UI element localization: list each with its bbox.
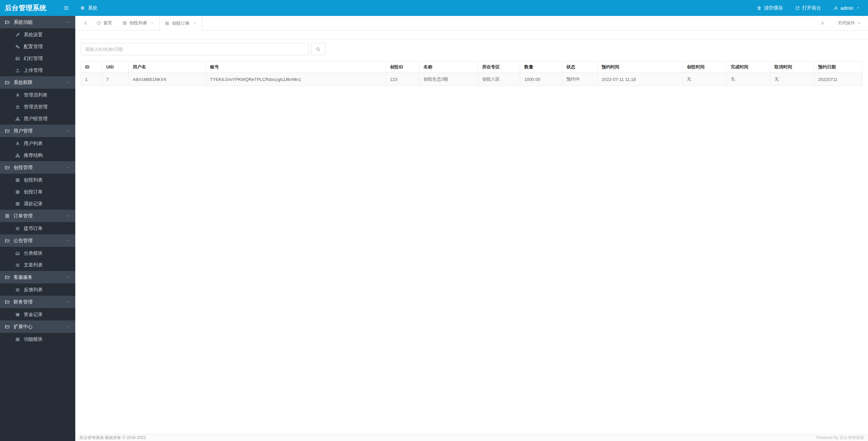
search-bar: [81, 43, 863, 55]
caret-down-icon: [857, 21, 861, 25]
external-link-icon: [795, 6, 800, 10]
chevron-down-icon: [65, 275, 70, 279]
sidebar-group-user-management[interactable]: 用户管理: [0, 125, 75, 138]
sidebar: 后台管理系统 系统功能 系统设置 配置管理 幻灯管理: [0, 0, 75, 441]
column-header: 创投ID: [386, 61, 419, 73]
column-header: 名称: [419, 61, 478, 73]
tab-invest-orders[interactable]: 创投订单: [159, 16, 202, 30]
sidebar-group-label: 客服服务: [14, 274, 65, 280]
sidebar-item-admin-list[interactable]: 管理员列表: [0, 89, 75, 101]
cell-account: TYEKiLGmYPKWQReTPLCRdxszghJJ6rrMn1: [206, 73, 386, 86]
user-menu[interactable]: admin: [833, 5, 860, 11]
sidebar-item-label: 系统设置: [24, 32, 43, 38]
topbar: 系统 清空缓存 打开前台 admin: [75, 0, 868, 16]
sidebar-group-system-functions[interactable]: 系统功能: [0, 16, 75, 29]
sidebar-group-extension-center[interactable]: 扩展中心: [0, 320, 75, 333]
search-input[interactable]: [81, 43, 309, 55]
sidebar-item-label: 文章列表: [24, 262, 43, 268]
column-header: 预约时间: [597, 61, 683, 73]
sidebar-item-category-module[interactable]: 分类模块: [0, 247, 75, 259]
menu-icon[interactable]: [63, 5, 69, 11]
sidebar-group-invest-management[interactable]: 创投管理: [0, 161, 75, 174]
chevron-down-icon: [65, 214, 70, 218]
caret-down-icon: [856, 6, 860, 10]
sidebar-item-slide-management[interactable]: 幻灯管理: [0, 52, 75, 64]
sidebar-item-referral-structure[interactable]: 推荐结构: [0, 149, 75, 161]
sidebar-item-withdraw-orders[interactable]: 提币订单: [0, 223, 75, 234]
sidebar-item-label: 推荐结构: [24, 152, 43, 159]
page-content: ID UID 用户名 账号 创投ID 名称 所在专区 数量 状态 预约时间 创投…: [75, 30, 868, 434]
cog-icon: [80, 5, 85, 10]
cell-name: 创投生态3期: [419, 73, 478, 86]
tabbar-right-controls: 关闭操作: [817, 16, 868, 30]
search-button[interactable]: [311, 43, 326, 55]
footer: 后台管理系统 版权所有 © 2018-2022 Powered By 后台管理系…: [75, 434, 868, 441]
column-header: 创投时间: [683, 61, 726, 73]
sidebar-group-label: 用户管理: [14, 128, 65, 134]
sidebar-item-label: 资金记录: [24, 312, 43, 318]
user-icon: [15, 141, 20, 146]
sidebar-item-article-list[interactable]: 文章列表: [0, 259, 75, 271]
cell-uid: 7: [102, 73, 129, 86]
sidebar-group-label: 订单管理: [14, 213, 65, 219]
sidebar-item-feedback-list[interactable]: 反馈列表: [0, 284, 75, 296]
sidebar-item-fund-records[interactable]: 资金记录: [0, 309, 75, 320]
sidebar-item-user-list[interactable]: 用户列表: [0, 138, 75, 149]
cell-zone: 创投八区: [478, 73, 520, 86]
sidebar-item-invest-list[interactable]: 创投列表: [0, 174, 75, 186]
sidebar-item-user-group-management[interactable]: 用户组管理: [0, 113, 75, 125]
sidebar-item-label: 反馈列表: [24, 287, 43, 293]
tabs-scroll-right[interactable]: [817, 21, 829, 25]
cell-status[interactable]: 预约中: [562, 73, 597, 86]
column-header: 状态: [562, 61, 597, 73]
column-header: 账号: [206, 61, 386, 73]
sidebar-group-label: 系统权限: [14, 80, 65, 86]
app-logo: 后台管理系统: [5, 3, 46, 13]
sidebar-item-refund-records[interactable]: 退款记录: [0, 198, 75, 210]
tabs-scroll-left[interactable]: [79, 16, 91, 30]
tab-invest-list[interactable]: 创投列表: [117, 16, 159, 30]
dashboard-icon: [96, 21, 101, 25]
close-icon[interactable]: [193, 21, 197, 25]
topbar-system-menu[interactable]: 系统: [80, 5, 97, 11]
folder-icon: [5, 128, 10, 133]
search-icon: [316, 47, 321, 52]
close-icon[interactable]: [151, 21, 154, 25]
cell-invest-time: 无: [683, 73, 726, 86]
chevron-right-icon: [821, 21, 825, 25]
sidebar-item-admin-management[interactable]: 管理员管理: [0, 101, 75, 113]
folder-icon: [5, 324, 10, 329]
sidebar-item-label: 创投订单: [24, 189, 43, 195]
orders-table: ID UID 用户名 账号 创投ID 名称 所在专区 数量 状态 预约时间 创投…: [81, 61, 863, 86]
cell-reserve-date: 20220711: [814, 73, 863, 86]
content-divider: [75, 30, 868, 40]
tab-home[interactable]: 首页: [91, 16, 117, 30]
cell-username: AB#1M851NKV4: [129, 73, 206, 86]
sidebar-group-customer-service[interactable]: 客服服务: [0, 271, 75, 284]
sidebar-item-function-module[interactable]: 功能模块: [0, 333, 75, 345]
folder-icon: [5, 80, 10, 85]
sidebar-item-label: 退款记录: [24, 201, 43, 207]
trash-icon: [757, 6, 762, 10]
sidebar-group-announcement-management[interactable]: 公告管理: [0, 234, 75, 247]
sidebar-group-finance-management[interactable]: 财务管理: [0, 296, 75, 309]
sidebar-group-system-permissions[interactable]: 系统权限: [0, 76, 75, 89]
sidebar-item-config-management[interactable]: 配置管理: [0, 41, 75, 52]
sidebar-item-invest-orders[interactable]: 创投订单: [0, 186, 75, 198]
folder-icon: [5, 165, 10, 170]
sidebar-item-upload-management[interactable]: 上传管理: [0, 64, 75, 76]
sidebar-item-system-settings[interactable]: 系统设置: [0, 29, 75, 41]
main-area: 系统 清空缓存 打开前台 admin: [75, 0, 868, 441]
folder-icon: [5, 275, 10, 280]
sidebar-group-order-management[interactable]: 订单管理: [0, 210, 75, 223]
sidebar-item-label: 用户列表: [24, 141, 43, 147]
sidebar-group-label: 系统功能: [14, 19, 65, 25]
footer-copyright: 后台管理系统 版权所有 © 2018-2022: [79, 435, 146, 441]
image-icon: [15, 56, 20, 61]
user-icon: [833, 6, 838, 10]
close-operations-dropdown[interactable]: 关闭操作: [829, 20, 868, 26]
open-frontend-button[interactable]: 打开前台: [795, 5, 821, 11]
grid-icon: [122, 21, 127, 25]
column-header: UID: [102, 61, 129, 73]
clear-cache-button[interactable]: 清空缓存: [757, 5, 783, 11]
